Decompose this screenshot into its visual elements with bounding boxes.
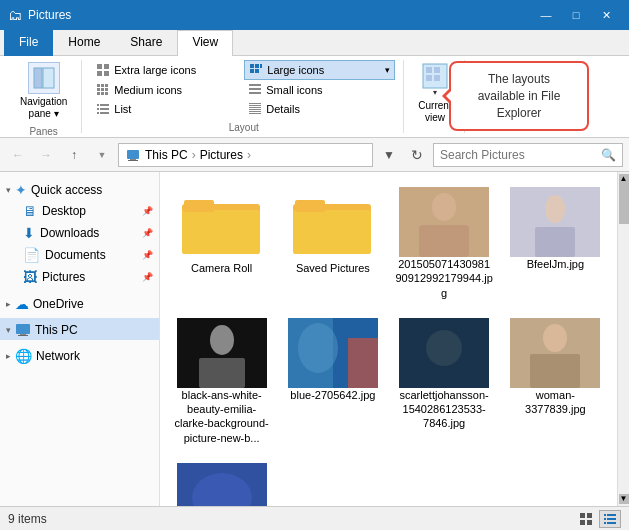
sidebar-item-downloads[interactable]: ⬇ Downloads 📌 [0, 222, 159, 244]
onedrive-icon: ☁ [15, 296, 29, 312]
photo-thumb-3 [177, 318, 267, 388]
photo6-label: woman-3377839.jpg [507, 388, 604, 417]
file-item-saved-pictures[interactable]: Saved Pictures [279, 180, 386, 307]
forward-button[interactable]: → [34, 143, 58, 167]
svg-rect-34 [249, 113, 261, 114]
up-button[interactable]: ↑ [62, 143, 86, 167]
tab-file[interactable]: File [4, 30, 53, 56]
svg-rect-25 [97, 108, 99, 110]
svg-rect-8 [260, 64, 262, 68]
file-item-photo4[interactable]: blue-2705642.jpg [279, 311, 386, 452]
maximize-button[interactable]: □ [561, 0, 591, 30]
folder-icon-saved-pictures [288, 187, 378, 257]
sidebar-item-pictures[interactable]: 🖼 Pictures 📌 [0, 266, 159, 288]
svg-rect-10 [255, 69, 259, 73]
close-button[interactable]: ✕ [591, 0, 621, 30]
pin-icon: 📌 [142, 206, 153, 216]
tab-view[interactable]: View [177, 30, 233, 56]
back-button[interactable]: ← [6, 143, 30, 167]
layout-small[interactable]: Small icons [244, 81, 395, 99]
desktop-icon: 🖥 [23, 203, 37, 219]
sidebar-item-documents[interactable]: 📄 Documents 📌 [0, 244, 159, 266]
sidebar-group-onedrive[interactable]: ▸ ☁ OneDrive [0, 292, 159, 314]
sidebar-group-this-pc[interactable]: ▾ This PC [0, 318, 159, 340]
file-item-photo2[interactable]: BfeelJm.jpg [502, 180, 609, 307]
onedrive-label: OneDrive [33, 297, 84, 311]
folder-icon-camera-roll [177, 187, 267, 257]
quick-access-star-icon: ✦ [15, 182, 27, 198]
expand-icon: ▸ [6, 351, 11, 361]
svg-rect-80 [607, 514, 616, 516]
layout-list[interactable]: List [92, 100, 243, 118]
address-path[interactable]: This PC › Pictures › [118, 143, 373, 167]
svg-rect-41 [127, 150, 139, 159]
search-input[interactable] [440, 148, 601, 162]
file-item-photo3[interactable]: black-ans-white-beauty-emilia-clarke-bac… [168, 311, 275, 452]
svg-rect-2 [97, 64, 102, 69]
sidebar-group-quick-access[interactable]: ▾ ✦ Quick access [0, 178, 159, 200]
navigation-pane-button[interactable]: Navigationpane ▾ [14, 60, 73, 122]
file-item-photo5[interactable]: scarlettjohansson-1540286123533-7846.jpg [391, 311, 498, 452]
layout-details[interactable]: Details [244, 100, 395, 118]
path-pictures[interactable]: Pictures [200, 148, 243, 162]
sidebar-item-desktop[interactable]: 🖥 Desktop 📌 [0, 200, 159, 222]
recent-locations-button[interactable]: ▼ [90, 143, 114, 167]
photo5-label: scarlettjohansson-1540286123533-7846.jpg [396, 388, 493, 431]
svg-rect-20 [249, 84, 261, 86]
svg-rect-77 [580, 520, 585, 525]
path-this-pc[interactable]: This PC [145, 148, 188, 162]
photo1-label: 20150507143098190912992179944.jpg [396, 257, 493, 300]
photo-thumb-2 [510, 187, 600, 257]
svg-rect-44 [16, 324, 30, 334]
layout-medium[interactable]: Medium icons [92, 81, 243, 99]
this-pc-icon [125, 147, 141, 163]
large-icons-toggle[interactable] [575, 510, 597, 528]
svg-rect-15 [101, 88, 104, 91]
layout-options: Extra large icons Large icons ▾ Medium i… [92, 60, 395, 118]
svg-point-57 [545, 195, 565, 223]
file-item-photo7[interactable] [168, 456, 275, 506]
svg-point-60 [210, 325, 234, 355]
scroll-down-button[interactable]: ▼ [619, 494, 629, 504]
layout-large[interactable]: Large icons ▾ [244, 60, 395, 80]
svg-rect-13 [105, 84, 108, 87]
refresh-button[interactable]: ↻ [405, 143, 429, 167]
svg-rect-0 [34, 68, 42, 88]
ribbon-tabs: File Home Share View [0, 30, 629, 56]
sidebar-group-network[interactable]: ▸ 🌐 Network [0, 344, 159, 366]
svg-rect-38 [426, 75, 432, 81]
svg-rect-76 [587, 513, 592, 518]
svg-rect-33 [249, 111, 261, 112]
details-toggle[interactable] [599, 510, 621, 528]
svg-rect-19 [105, 92, 108, 95]
expand-icon: ▾ [6, 185, 11, 195]
svg-rect-14 [97, 88, 100, 91]
scrollbar[interactable]: ▲ ▼ [617, 172, 629, 506]
file-item-photo6[interactable]: woman-3377839.jpg [502, 311, 609, 452]
tab-share[interactable]: Share [115, 30, 177, 56]
svg-point-54 [432, 193, 456, 221]
scroll-up-button[interactable]: ▲ [619, 174, 629, 184]
tab-home[interactable]: Home [53, 30, 115, 56]
layout-extra-large[interactable]: Extra large icons [92, 60, 243, 80]
current-view-section-label [414, 128, 455, 133]
svg-rect-24 [100, 104, 109, 106]
scroll-thumb[interactable] [619, 184, 629, 224]
file-item-camera-roll[interactable]: Camera Roll [168, 180, 275, 307]
svg-rect-3 [104, 64, 109, 69]
svg-rect-23 [97, 104, 99, 106]
svg-rect-32 [249, 109, 261, 110]
svg-point-68 [426, 330, 462, 366]
documents-label: Documents [45, 248, 106, 262]
svg-rect-9 [250, 69, 254, 73]
downloads-icon: ⬇ [23, 225, 35, 241]
file-item-photo1[interactable]: 20150507143098190912992179944.jpg [391, 180, 498, 307]
photo-thumb-7 [177, 463, 267, 506]
path-dropdown-button[interactable]: ▼ [377, 143, 401, 167]
main-area: ▾ ✦ Quick access 🖥 Desktop 📌 ⬇ Downloads… [0, 172, 629, 506]
svg-rect-36 [426, 67, 432, 73]
svg-point-65 [298, 323, 338, 373]
scroll-track[interactable] [619, 184, 629, 494]
minimize-button[interactable]: — [531, 0, 561, 30]
search-box[interactable]: 🔍 [433, 143, 623, 167]
